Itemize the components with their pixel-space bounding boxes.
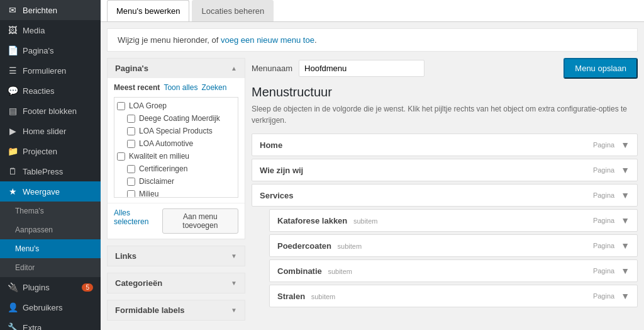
pages-checkbox-list: LOA Groep Deege Coating Moerdijk LOA Spe… [114,97,238,198]
tab-zoeken[interactable]: Zoeken [201,83,226,92]
pages-panel-actions: Alles selecteren Aan menu toevoegen [108,203,245,239]
home-slider-icon: ▶ [8,126,18,136]
checkbox-loa-groep-input[interactable] [117,102,125,110]
checkbox-milieu-input[interactable] [127,190,135,198]
menu-item-wie-zijn-wij-right: Pagina ▼ [593,165,630,175]
menu-items-list: Home Pagina ▼ Wie zijn wij Pagina ▼ [252,134,638,307]
pages-tab-links: Meest recent Toon alles Zoeken [114,83,238,92]
links-panel-arrow: ▼ [231,253,237,259]
links-panel: Links ▼ [107,246,245,266]
menu-item-kataforese[interactable]: Kataforese lakken subitem Pagina ▼ [269,209,638,232]
sidebar-item-aanpassen[interactable]: Aanpassen [0,220,101,239]
menu-name-label: Menunaam [252,64,292,73]
sidebar-item-weergave[interactable]: ★ Weergave [0,181,101,202]
links-panel-header[interactable]: Links ▼ [108,246,245,266]
sidebar-item-themas[interactable]: Thema's [0,202,101,220]
tablepress-icon: 🗒 [8,166,18,176]
menu-item-combinatie-arrow[interactable]: ▼ [621,266,630,276]
tab-toon-alles[interactable]: Toon alles [164,83,197,92]
tab-menus-bewerken[interactable]: Menu's bewerken [107,0,189,21]
new-menu-link[interactable]: voeg een nieuw menu toe [221,35,314,45]
tab-meest-recent[interactable]: Meest recent [114,83,160,92]
sidebar-item-media[interactable]: 🖼 Media [0,20,101,40]
formidable-panel-header[interactable]: Formidable labels ▼ [108,300,245,320]
menu-item-services[interactable]: Services Pagina ▼ [252,184,638,207]
checkbox-loa-automotive-input[interactable] [127,140,135,148]
sidebar-item-projecten[interactable]: 📁 Projecten [0,141,101,161]
media-icon: 🖼 [8,25,18,35]
sidebar-item-tablepress[interactable]: 🗒 TablePress [0,161,101,181]
menu-item-wie-zijn-wij-arrow[interactable]: ▼ [621,165,630,175]
formulieren-icon: ☰ [8,65,18,76]
tabs-bar: Menu's bewerken Locaties beheren [101,0,644,22]
extra-icon: 🔧 [8,322,18,330]
menu-structure-desc: Sleep de objecten in de volgorde die je … [252,103,638,126]
menu-name-input[interactable] [299,60,425,77]
menu-item-combinatie-right: Pagina ▼ [593,266,630,276]
add-to-menu-button[interactable]: Aan menu toevoegen [162,208,238,234]
sidebar-item-menus[interactable]: Menu's [0,239,101,258]
checkbox-loa-groep: LOA Groep [117,100,235,111]
sidebar-item-extra[interactable]: 🔧 Extra [0,317,101,330]
sidebar-item-berichten[interactable]: ✉ Berichten [0,0,101,20]
checkbox-certificeringen: Certificeringen [127,163,235,174]
sidebar: ✉ Berichten 🖼 Media 📄 Pagina's ☰ Formuli… [0,0,101,330]
sidebar-item-formulieren[interactable]: ☰ Formulieren [0,60,101,81]
formidable-panel-arrow: ▼ [231,307,237,314]
checkbox-certificeringen-input[interactable] [127,165,135,173]
checkbox-milieu: Milieu [127,188,235,198]
right-panel: Menunaam Menu opslaan Menustructuur Slee… [252,58,638,327]
pages-panel: Pagina's ▲ Meest recent Toon alles Zoeke… [107,58,245,239]
sidebar-item-gebruikers[interactable]: 👤 Gebruikers [0,297,101,317]
menu-item-home-right: Pagina ▼ [593,140,630,150]
projecten-icon: 📁 [8,146,18,156]
menu-item-home-arrow[interactable]: ▼ [621,140,630,150]
categories-panel-arrow: ▼ [231,280,237,287]
menu-item-combinatie[interactable]: Combinatie subitem Pagina ▼ [269,259,638,282]
menu-item-stralen-arrow[interactable]: ▼ [621,291,630,301]
sidebar-item-reacties[interactable]: 💬 Reacties [0,81,101,101]
categories-panel-header[interactable]: Categorieën ▼ [108,273,245,293]
checkbox-kwaliteit-input[interactable] [117,152,125,161]
menu-item-poedercoaten-arrow[interactable]: ▼ [621,241,630,251]
checkbox-deege: Deege Coating Moerdijk [127,113,235,124]
plugins-badge: 5 [82,283,93,292]
pages-panel-content: Meest recent Toon alles Zoeken LOA Groep… [108,78,245,203]
sidebar-item-footer-blokken[interactable]: ▤ Footer blokken [0,101,101,121]
sidebar-item-paginas[interactable]: 📄 Pagina's [0,40,101,60]
tab-locaties-beheren[interactable]: Locaties beheren [192,0,274,21]
menu-item-services-right: Pagina ▼ [593,190,630,200]
weergave-icon: ★ [8,186,18,196]
notice-bar: Wijzig je menu hieronder, of voeg een ni… [107,28,638,52]
menu-header: Menunaam Menu opslaan [252,58,638,79]
sidebar-item-editor[interactable]: Editor [0,258,101,277]
sidebar-item-plugins[interactable]: 🔌 Plugins 5 [0,277,101,297]
menu-item-poedercoaten[interactable]: Poedercoaten subitem Pagina ▼ [269,234,638,257]
menu-item-services-arrow[interactable]: ▼ [621,190,630,200]
checkbox-kwaliteit: Kwaliteit en milieu [117,151,235,162]
pages-panel-header[interactable]: Pagina's ▲ [108,59,245,78]
checkbox-loa-automotive: LOA Automotive [127,138,235,149]
menu-name-row: Menunaam [252,60,425,77]
menu-item-poedercoaten-right: Pagina ▼ [593,241,630,251]
menu-item-home[interactable]: Home Pagina ▼ [252,134,638,156]
checkbox-loa-special-input[interactable] [127,127,135,135]
menu-item-kataforese-arrow[interactable]: ▼ [621,215,630,225]
menu-item-wie-zijn-wij[interactable]: Wie zijn wij Pagina ▼ [252,159,638,181]
select-all-link[interactable]: Alles selecteren [114,208,158,234]
save-menu-button[interactable]: Menu opslaan [564,58,638,79]
checkbox-disclaimer: Disclaimer [127,176,235,187]
menu-item-stralen-right: Pagina ▼ [593,291,630,301]
main-content: Menu's bewerken Locaties beheren Wijzig … [101,0,644,330]
gebruikers-icon: 👤 [8,302,18,312]
sidebar-submenu-weergave: Thema's Aanpassen Menu's Editor [0,202,101,277]
menu-structure-title: Menustructuur [252,85,638,100]
categories-panel: Categorieën ▼ [107,273,245,293]
checkbox-deege-input[interactable] [127,115,135,123]
sidebar-item-home-slider[interactable]: ▶ Home slider [0,121,101,141]
menu-item-stralen[interactable]: Stralen subitem Pagina ▼ [269,285,638,307]
left-panel: Pagina's ▲ Meest recent Toon alles Zoeke… [107,58,245,327]
checkbox-disclaimer-input[interactable] [127,178,135,186]
footer-icon: ▤ [8,106,18,116]
checkbox-loa-special: LOA Special Products [127,125,235,137]
